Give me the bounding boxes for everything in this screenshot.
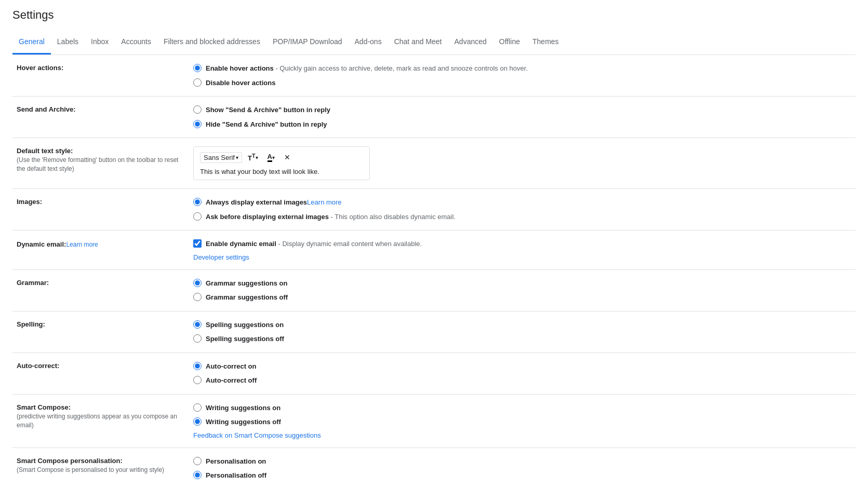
label-cell-images: Images: (12, 189, 189, 231)
tab-accounts[interactable]: Accounts (115, 30, 157, 55)
tab-addons[interactable]: Add-ons (349, 30, 388, 55)
remove-formatting-button[interactable]: ✕ (281, 152, 294, 163)
section-title-auto-correct: Auto-correct: (17, 362, 59, 370)
section-smart-compose-personalisation: Smart Compose personalisation:(Smart Com… (12, 448, 856, 488)
radio-smart-compose-1[interactable] (193, 417, 202, 426)
options-cell-spelling: Spelling suggestions onSpelling suggesti… (189, 311, 856, 353)
tab-inbox[interactable]: Inbox (85, 30, 115, 55)
text-color-icon: A (268, 153, 272, 162)
tab-labels[interactable]: Labels (51, 30, 85, 55)
settings-page: Settings GeneralLabelsInboxAccountsFilte… (0, 0, 868, 488)
radio-auto-correct-1[interactable] (193, 376, 202, 384)
option-row-smart-compose-0: Writing suggestions on (193, 403, 851, 413)
size-dropdown-icon: ▾ (256, 155, 258, 160)
label-cell-smart-compose-personalisation: Smart Compose personalisation:(Smart Com… (12, 448, 189, 488)
radio-hover-actions-0[interactable] (193, 64, 202, 72)
label-cell-auto-correct: Auto-correct: (12, 353, 189, 394)
section-title-default-text-style: Default text style: (17, 147, 73, 155)
radio-hover-actions-1[interactable] (193, 78, 202, 87)
extra-link-dynamic-email[interactable]: Developer settings (193, 253, 851, 261)
radio-send-archive-1[interactable] (193, 120, 202, 128)
section-dynamic-email: Dynamic email:Learn moreEnable dynamic e… (12, 231, 856, 270)
radio-spelling-0[interactable] (193, 320, 202, 329)
option-desc-dynamic-email-0: - Display dynamic email content when ava… (276, 240, 422, 248)
option-row-send-archive-0: Show "Send & Archive" button in reply (193, 105, 851, 115)
options-cell-auto-correct: Auto-correct onAuto-correct off (189, 353, 856, 394)
checkbox-dynamic-email-0[interactable] (193, 239, 202, 248)
option-label-images-0: Always display external imagesLearn more (206, 197, 342, 208)
radio-smart-compose-0[interactable] (193, 403, 202, 412)
section-sub-smart-compose: (predictive writing suggestions appear a… (17, 412, 185, 430)
tab-offline[interactable]: Offline (493, 30, 526, 55)
remove-format-icon: ✕ (284, 153, 290, 161)
section-title-smart-compose-personalisation: Smart Compose personalisation: (17, 457, 123, 465)
section-title-images: Images: (17, 198, 42, 206)
options-cell-default-text-style: Sans Serif▾TT▾A▾✕This is what your body … (189, 138, 856, 189)
label-cell-default-text-style: Default text style:(Use the 'Remove form… (12, 138, 189, 189)
option-label-auto-correct-1: Auto-correct off (206, 375, 257, 386)
option-label-send-archive-1: Hide "Send & Archive" button in reply (206, 119, 327, 130)
tab-chat-meet[interactable]: Chat and Meet (388, 30, 448, 55)
option-label-smart-compose-0: Writing suggestions on (206, 403, 281, 413)
option-desc-hover-actions-0: - Quickly gain access to archive, delete… (274, 64, 528, 72)
option-label-hover-actions-0: Enable hover actions - Quickly gain acce… (206, 63, 528, 74)
option-desc-images-1: - This option also disables dynamic emai… (329, 213, 456, 221)
tab-advanced[interactable]: Advanced (448, 30, 493, 55)
page-title: Settings (12, 8, 856, 22)
option-label-images-1: Ask before displaying external images - … (206, 212, 456, 222)
label-cell-send-archive: Send and Archive: (12, 97, 189, 138)
tab-general[interactable]: General (12, 30, 51, 55)
section-title-smart-compose: Smart Compose: (17, 403, 71, 411)
option-label-smart-compose-personalisation-1: Personalisation off (206, 470, 266, 481)
options-cell-grammar: Grammar suggestions onGrammar suggestion… (189, 269, 856, 311)
tabs-bar: GeneralLabelsInboxAccountsFilters and bl… (12, 30, 856, 55)
label-cell-grammar: Grammar: (12, 269, 189, 311)
text-color-button[interactable]: A▾ (264, 151, 278, 164)
radio-send-archive-0[interactable] (193, 105, 202, 114)
section-title-spelling: Spelling: (17, 320, 45, 328)
tab-themes[interactable]: Themes (526, 30, 565, 55)
option-label-spelling-1: Spelling suggestions off (206, 334, 284, 344)
extra-link-smart-compose[interactable]: Feedback on Smart Compose suggestions (193, 431, 851, 439)
section-smart-compose: Smart Compose:(predictive writing sugges… (12, 394, 856, 448)
radio-auto-correct-0[interactable] (193, 362, 202, 370)
section-title-send-archive: Send and Archive: (17, 105, 76, 113)
option-label-send-archive-0: Show "Send & Archive" button in reply (206, 105, 330, 115)
learn-more-dynamic-email[interactable]: Learn more (66, 241, 98, 248)
section-sub-smart-compose-personalisation: (Smart Compose is personalised to your w… (17, 466, 185, 475)
text-style-box: Sans Serif▾TT▾A▾✕This is what your body … (193, 146, 370, 180)
radio-smart-compose-personalisation-0[interactable] (193, 457, 202, 465)
radio-grammar-1[interactable] (193, 293, 202, 301)
section-grammar: Grammar:Grammar suggestions onGrammar su… (12, 269, 856, 311)
tab-filters[interactable]: Filters and blocked addresses (157, 30, 266, 55)
font-dropdown-icon: ▾ (236, 155, 238, 160)
radio-images-1[interactable] (193, 212, 202, 221)
label-cell-smart-compose: Smart Compose:(predictive writing sugges… (12, 394, 189, 448)
option-label-auto-correct-0: Auto-correct on (206, 361, 257, 372)
font-size-icon: TT (248, 153, 256, 162)
text-style-preview: This is what your body text will look li… (200, 168, 363, 175)
font-size-button[interactable]: TT▾ (244, 151, 262, 164)
radio-smart-compose-personalisation-1[interactable] (193, 471, 202, 479)
option-label-grammar-0: Grammar suggestions on (206, 278, 287, 289)
tab-pop-imap[interactable]: POP/IMAP Download (266, 30, 349, 55)
font-selector[interactable]: Sans Serif▾ (200, 152, 242, 163)
option-row-spelling-0: Spelling suggestions on (193, 320, 851, 330)
option-row-grammar-0: Grammar suggestions on (193, 278, 851, 289)
radio-spelling-1[interactable] (193, 334, 202, 343)
section-spelling: Spelling:Spelling suggestions onSpelling… (12, 311, 856, 353)
option-row-smart-compose-personalisation-0: Personalisation on (193, 456, 851, 467)
radio-grammar-0[interactable] (193, 279, 202, 287)
option-row-grammar-1: Grammar suggestions off (193, 292, 851, 303)
option-label-hover-actions-1: Disable hover actions (206, 78, 275, 88)
font-name: Sans Serif (204, 154, 235, 161)
color-dropdown-icon: ▾ (272, 155, 275, 160)
option-row-smart-compose-personalisation-1: Personalisation off (193, 470, 851, 481)
section-title-dynamic-email: Dynamic email: (17, 240, 66, 248)
text-style-toolbar: Sans Serif▾TT▾A▾✕ (200, 151, 363, 164)
options-cell-hover-actions: Enable hover actions - Quickly gain acce… (189, 55, 856, 97)
option-row-dynamic-email-0: Enable dynamic email - Display dynamic e… (193, 239, 851, 249)
option-row-smart-compose-1: Writing suggestions off (193, 417, 851, 427)
radio-images-0[interactable] (193, 198, 202, 206)
option-link-images-0[interactable]: Learn more (307, 198, 341, 206)
